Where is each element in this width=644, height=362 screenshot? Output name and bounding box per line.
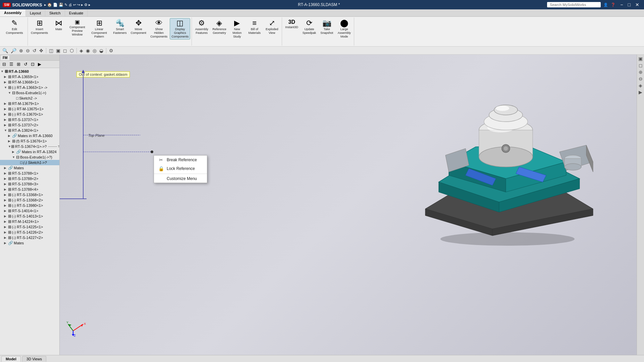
expander[interactable]: ▼ xyxy=(4,129,8,132)
expand-icon[interactable]: ▶ xyxy=(37,61,42,67)
zoom-to-fit-icon[interactable]: 🔍 xyxy=(1,47,9,54)
component-preview-button[interactable]: ▣ ComponentPreviewWindow xyxy=(68,18,87,38)
zoom-out-icon[interactable]: ⊖ xyxy=(25,47,31,54)
list-item[interactable]: ▶ 🔗 Mates in RT-A-13660 xyxy=(0,133,59,138)
list-item[interactable]: ▼ ⊟ Boss-Extrude1(->) xyxy=(0,90,59,96)
list-item[interactable]: ▶ ⊞ (f) RT-S-13676<1> xyxy=(0,138,59,144)
scenes-icon[interactable]: ◒ xyxy=(98,47,104,54)
feature-manager-tab[interactable]: FM xyxy=(1,55,9,60)
list-item[interactable]: ▶ 🔗 Mates xyxy=(0,240,59,246)
expander[interactable]: ▼ xyxy=(8,91,12,95)
roll-back-icon[interactable]: ↺ xyxy=(23,61,29,67)
list-item[interactable]: ▶ ⊞ (-) RT-S-13670<1> xyxy=(0,112,59,117)
expander[interactable]: ▶ xyxy=(4,231,8,234)
list-view-icon[interactable]: ☰ xyxy=(8,61,14,67)
help-icon[interactable]: ❓ xyxy=(611,3,615,7)
filter-icon[interactable]: ⊟ xyxy=(1,61,7,67)
expander[interactable]: ▶ xyxy=(4,198,8,202)
expander[interactable]: ▶ xyxy=(12,150,16,154)
expander[interactable]: ▶ xyxy=(4,241,8,245)
assembly-features-button[interactable]: ⚙ AssemblyFeatures xyxy=(193,18,210,36)
expander[interactable]: ▶ xyxy=(4,225,8,229)
expander[interactable]: ▶ xyxy=(4,215,8,218)
move-component-button[interactable]: ✥ MoveComponent xyxy=(129,18,148,36)
list-item[interactable]: ▼ ⊞ (-) RT-A-13663<1> -> xyxy=(0,85,59,90)
list-item[interactable]: ▼ ⊞ RT-S-13674<1>->? ——— Top Plane xyxy=(0,144,59,149)
pan-icon[interactable]: ✥ xyxy=(38,47,44,54)
edit-components-button[interactable]: ✎ Edit Components xyxy=(3,18,26,36)
list-item[interactable]: ▶ ⊞ RT-M-13679<1> xyxy=(0,101,59,106)
rsb-icon-6[interactable]: ▶ xyxy=(639,89,642,95)
expander[interactable]: ▶ xyxy=(4,123,8,127)
expander[interactable]: ▶ xyxy=(8,139,12,143)
viewport[interactable]: Out of context: gasket.sldasm Top Plane … xyxy=(60,55,637,355)
expander[interactable]: ▶ xyxy=(4,193,8,196)
root-expander[interactable]: ▼ xyxy=(1,70,5,73)
rotate-icon[interactable]: ↺ xyxy=(32,47,38,54)
lock-reference-item[interactable]: 🔒 Lock Reference xyxy=(154,164,207,173)
expander[interactable]: ▶ xyxy=(4,102,8,105)
rsb-icon-5[interactable]: ◈ xyxy=(639,83,642,88)
bill-of-materials-button[interactable]: ≡ Bill ofMaterials xyxy=(246,18,263,36)
list-item[interactable]: ▼ ⊟ Boss-Extrude1(->?) xyxy=(0,155,59,160)
rsb-icon-2[interactable]: ◻ xyxy=(639,63,643,68)
tab-sketch[interactable]: Sketch xyxy=(45,9,65,16)
wireframe-icon[interactable]: ▣ xyxy=(55,47,61,54)
exploded-view-button[interactable]: ⤢ ExplodedView xyxy=(264,18,280,36)
tab-3d-views[interactable]: 3D Views xyxy=(22,356,46,362)
list-item[interactable]: ▶ ⊞ RT-S-13788<2> xyxy=(0,176,59,181)
tab-model[interactable]: Model xyxy=(1,356,21,362)
update-speedpak-button[interactable]: ⟳ UpdateSpeedpak xyxy=(301,18,318,36)
view-orientation-icon[interactable]: ◉ xyxy=(85,47,91,54)
smart-fasteners-button[interactable]: 🔩 SmartFasteners xyxy=(112,18,128,36)
list-item[interactable]: ▶ ⊞ RT-S-13737<1> xyxy=(0,117,59,122)
list-item[interactable]: ▶ ⊞ (-) RT-S-14013<1> xyxy=(0,214,59,219)
list-item[interactable]: □ Sketch2 -> xyxy=(0,96,59,101)
section-view-icon[interactable]: ◈ xyxy=(78,47,84,54)
zoom-area-icon[interactable]: ⊕ xyxy=(18,47,24,54)
list-item[interactable]: ▶ ⊞ RT-S-13737<2> xyxy=(0,122,59,128)
appearance-icon[interactable]: ◎ xyxy=(92,47,98,54)
reference-geometry-button[interactable]: ◈ ReferenceGeometry xyxy=(211,18,228,36)
expander[interactable]: ▶ xyxy=(4,188,8,191)
rsb-icon-3[interactable]: ⊕ xyxy=(639,69,643,75)
tree-root[interactable]: ▼ ⊞ RT-A-13660 xyxy=(0,69,59,74)
expander[interactable]: ▶ xyxy=(4,182,8,186)
user-icon[interactable]: 👤 xyxy=(603,3,608,7)
list-item[interactable]: ▶ ⊞ RT-A-13659<1> xyxy=(0,74,59,79)
expander[interactable]: ▶ xyxy=(4,118,8,121)
list-item[interactable]: ▶ ⊞ (-) RT-S-13368<1> xyxy=(0,192,59,197)
rsb-icon-4[interactable]: ⊖ xyxy=(639,76,643,81)
customize-menu-item[interactable]: Customize Menu xyxy=(154,175,207,183)
expander[interactable]: ▶ xyxy=(4,177,8,180)
quick-access[interactable]: ▸ 🏠 📄 💾 ✎ 🖨 ↩ ↪ ▸ ⚙ ▸ xyxy=(44,3,91,7)
expander[interactable]: ▶ xyxy=(4,80,8,84)
display-style-icon[interactable]: ◫ xyxy=(48,47,54,54)
list-item[interactable]: ▶ 🔗 Mates xyxy=(0,165,59,171)
expander[interactable]: ▼ xyxy=(12,156,16,159)
list-item[interactable]: ▶ 🔗 Mates in RT-A-13824 xyxy=(0,149,59,155)
tab-layout[interactable]: Layout xyxy=(26,9,45,16)
list-item[interactable]: ▶ ⊞ RT-S-14014<1> xyxy=(0,208,59,214)
maximize-button[interactable]: □ xyxy=(626,2,633,7)
mate-button[interactable]: ⋈ Mate xyxy=(50,18,67,33)
list-item[interactable]: ▶ ⊞ RT-M-14224<1> xyxy=(0,219,59,224)
expander[interactable]: ▶ xyxy=(4,204,8,207)
expander[interactable]: ▶ xyxy=(4,75,8,78)
linear-pattern-button[interactable]: ⊞ Linear ComponentPattern xyxy=(88,18,111,40)
list-item[interactable]: ▶ ⊞ (-) RT-S-14227<2> xyxy=(0,235,59,240)
expander[interactable]: ▶ xyxy=(4,113,8,116)
tab-evaluate[interactable]: Evaluate xyxy=(65,9,88,16)
zoom-in-icon[interactable]: 🔎 xyxy=(10,47,17,54)
settings-icon[interactable]: ⚙ xyxy=(108,47,114,54)
list-item[interactable]: ▶ ⊞ (-) RT-S-13980<1> xyxy=(0,203,59,208)
take-snapshot-button[interactable]: 📷 TakeSnapshot xyxy=(318,18,335,36)
list-item[interactable]: ▶ ⊞ (-) RT-S-14225<1> xyxy=(0,224,59,230)
insert-components-button[interactable]: ⊞ InsertComponents xyxy=(29,18,50,36)
expander[interactable]: ▶ xyxy=(4,107,8,111)
expander[interactable]: ▼ xyxy=(4,86,8,89)
expander[interactable]: ▶ xyxy=(4,236,8,239)
collapse-icon[interactable]: ⊞ xyxy=(16,61,21,67)
display-graphics-button[interactable]: ◫ DisplayGraphicsComponents xyxy=(170,18,190,40)
shaded-edges-icon[interactable]: ⬡ xyxy=(69,47,75,54)
